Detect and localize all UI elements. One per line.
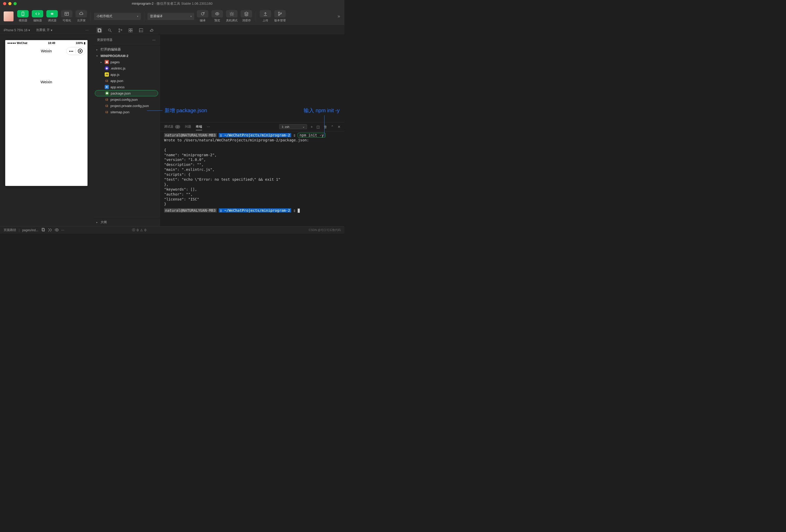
explorer-more-icon[interactable]: ⋯ — [152, 38, 156, 42]
source-control-icon[interactable] — [117, 27, 123, 33]
debugger-toggle[interactable]: 调试器 — [46, 10, 58, 22]
docker-icon[interactable] — [148, 27, 154, 33]
hot-reload-toggle[interactable]: 热重载 开 ▾ — [36, 28, 52, 32]
svg-point-9 — [108, 29, 110, 31]
compile-button[interactable]: 编译 — [196, 10, 209, 22]
separator — [256, 11, 256, 22]
new-terminal-icon[interactable]: + — [311, 125, 313, 129]
svg-point-10 — [119, 29, 120, 30]
panel-toggle-icon[interactable] — [138, 27, 144, 33]
upload-icon — [263, 11, 268, 16]
phone-icon — [21, 11, 25, 16]
svg-point-5 — [278, 15, 279, 16]
compile-mode-select[interactable]: 普通编译 ▾ — [147, 13, 194, 20]
status-bar: 页面路径 | pages/ind... ⋯ ⓧ 0 ⚠ 0 CSDN @可口可乐… — [0, 226, 344, 234]
visualize-label: 可视化 — [63, 19, 71, 22]
phone-body-text: Weixin — [41, 80, 52, 84]
tab-problems[interactable]: 问题 — [185, 124, 191, 129]
hot-reload-label: 热重载 开 — [36, 28, 49, 32]
svg-point-20 — [56, 229, 57, 230]
toolbar-more-icon[interactable]: » — [338, 14, 341, 19]
phone-nav-title: Weixin — [5, 49, 88, 53]
file-name: app.js — [110, 73, 119, 76]
chevron-down-icon: ▾ — [28, 28, 30, 32]
phone-frame: ●●●●● WeChat 18:49 100% ▮ Weixin ••• Wei… — [5, 40, 88, 186]
file-tree: ▸ 打开的编辑器 ▾ MINIPROGRAM-2 ▸▣pages◉.eslint… — [93, 45, 160, 218]
svg-rect-13 — [129, 29, 131, 30]
file-tree-item-pages[interactable]: ▸▣pages — [93, 59, 160, 65]
terminal-body[interactable]: natural@NATURALYUAN-MB3 ▯ ~/WeChatProjec… — [160, 131, 344, 226]
version-manage-button[interactable]: 版本管理 — [274, 10, 286, 22]
panel-tabs: 调试器 2 问题 终端 ⋯ 1: zsh ⌄ + ◫ 🗑 ⌃ ✕ — [160, 122, 344, 131]
terminal-output-line: "author": "", — [164, 192, 341, 197]
project-root[interactable]: ▾ MINIPROGRAM-2 — [93, 53, 160, 59]
split-terminal-icon[interactable]: ◫ — [317, 125, 320, 129]
editor-view-controls — [93, 27, 344, 33]
outline-section[interactable]: ▸ 大纲 — [93, 218, 160, 226]
terminal-shell-select[interactable]: 1: zsh ⌄ — [279, 124, 307, 129]
editor-toggle[interactable]: 编辑器 — [31, 10, 44, 22]
explorer-header: 资源管理器 ⋯ — [93, 35, 160, 45]
bug-icon — [229, 11, 234, 16]
page-path-value[interactable]: pages/ind... — [22, 228, 38, 232]
file-tree-item-app-wxss[interactable]: ≋app.wxss — [93, 84, 160, 90]
close-panel-icon[interactable]: ✕ — [338, 125, 341, 129]
phone-status-bar: ●●●●● WeChat 18:49 100% ▮ — [5, 40, 88, 46]
simulator-toggle[interactable]: 模拟器 — [17, 10, 29, 22]
search-view-icon[interactable] — [107, 27, 113, 33]
file-tree-item--eslintrc-js[interactable]: ◉.eslintrc.js — [93, 65, 160, 71]
file-type-icon: ≋ — [105, 85, 109, 89]
copy-icon[interactable] — [41, 228, 45, 233]
file-type-icon: {.} — [105, 110, 109, 114]
extensions-icon[interactable] — [128, 27, 133, 33]
tab-debugger[interactable]: 调试器 2 — [164, 124, 180, 129]
upload-button[interactable]: 上传 — [259, 10, 272, 22]
error-icon[interactable]: ⓧ — [132, 228, 135, 232]
file-tree-item-app-json[interactable]: {.}app.json — [93, 77, 160, 84]
remote-debug-label: 真机调试 — [226, 19, 237, 22]
tab-terminal[interactable]: 终端 — [196, 124, 202, 130]
simulator-more-icon[interactable]: ⋯ — [86, 28, 89, 32]
preview-button[interactable]: 预览 — [211, 10, 224, 22]
file-name: .eslintrc.js — [110, 66, 125, 70]
eye-icon[interactable] — [54, 228, 59, 233]
device-select[interactable]: iPhone 5 75% 16 ▾ — [4, 28, 30, 32]
terminal-command: npm init -y — [298, 133, 326, 138]
clear-cache-button[interactable]: 清缓存 — [240, 10, 253, 22]
terminal-output-line — [164, 143, 341, 148]
file-tree-item-app-js[interactable]: JSapp.js — [93, 71, 160, 77]
mode-select[interactable]: 小程序模式 ▾ — [94, 13, 141, 20]
annotation-new-file: 新增 package.json — [147, 107, 207, 114]
svg-rect-1 — [65, 12, 69, 15]
maximize-panel-icon[interactable]: ⌃ — [331, 125, 334, 129]
visualize-toggle[interactable]: 可视化 — [61, 10, 73, 22]
status-more-icon[interactable]: ⋯ — [61, 228, 64, 232]
tab-more-icon[interactable]: ⋯ — [207, 125, 210, 129]
file-type-icon: {.} — [105, 103, 109, 108]
file-name: app.json — [110, 79, 123, 83]
cloud-dev-button[interactable]: 云开发 — [75, 10, 88, 22]
titlebar: miniprogram-2 - 微信开发者工具 Stable 1.06.2301… — [0, 0, 344, 7]
terminal-output-line: "keywords": [], — [164, 187, 341, 192]
scene-icon[interactable] — [48, 228, 52, 233]
remote-debug-button[interactable]: 真机调试 — [226, 10, 238, 22]
chevron-down-icon: ▾ — [51, 28, 52, 32]
clear-cache-label: 清缓存 — [242, 19, 251, 22]
version-manage-label: 版本管理 — [274, 19, 286, 22]
warning-icon[interactable]: ⚠ — [140, 228, 143, 232]
debugger-label: 调试器 — [48, 19, 56, 22]
file-tree-item-package-json[interactable]: ⬢package.json — [95, 90, 158, 96]
mode-select-value: 小程序模式 — [97, 14, 112, 19]
svg-rect-14 — [131, 29, 133, 30]
user-avatar[interactable] — [4, 11, 14, 21]
explorer-view-icon[interactable] — [96, 27, 102, 33]
file-tree-item-project-config-json[interactable]: {.}project.config.json — [93, 96, 160, 102]
terminal-cursor — [298, 209, 300, 213]
open-editors-section[interactable]: ▸ 打开的编辑器 — [93, 46, 160, 53]
upload-label: 上传 — [262, 19, 268, 22]
chevron-down-icon: ⌄ — [302, 125, 305, 129]
page-path-label: 页面路径 — [4, 228, 16, 232]
file-name: project.private.config.json — [110, 104, 149, 108]
preview-label: 预览 — [214, 19, 220, 22]
time-label: 18:49 — [48, 41, 55, 45]
